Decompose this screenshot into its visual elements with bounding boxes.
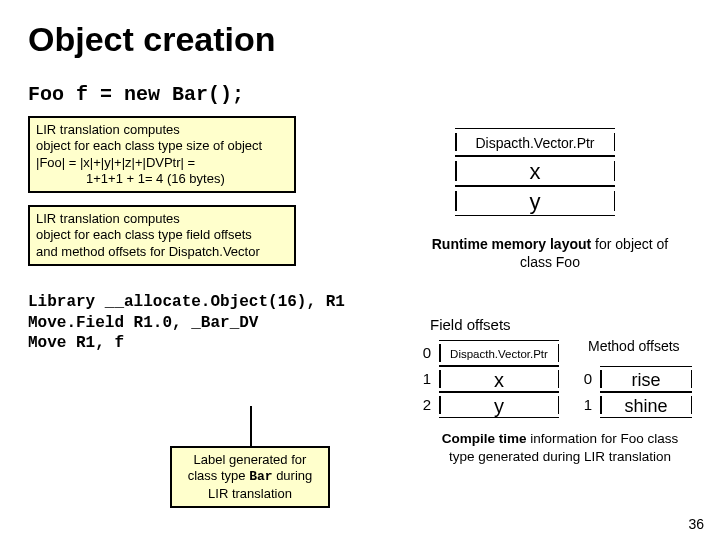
runtime-caption: Runtime memory layout for object of clas… bbox=[430, 236, 670, 271]
ft-cell-0: Dispacth.Vector.Ptr bbox=[439, 340, 559, 366]
note-offsets: LIR translation computes object for each… bbox=[28, 205, 296, 266]
page-number: 36 bbox=[688, 516, 704, 532]
mem-cell-y: y bbox=[455, 186, 615, 216]
note-size-l3: |Foo| = |x|+|y|+|z|+|DVPtr| = bbox=[36, 155, 288, 171]
library-l1: Library __allocate.Object(16), R1 bbox=[28, 292, 692, 313]
ft-idx-1: 1 bbox=[415, 366, 439, 392]
slide-title: Object creation bbox=[28, 20, 692, 59]
mt-cell-1: shine bbox=[600, 392, 692, 418]
method-offsets-table: 0 rise 1 shine bbox=[578, 366, 692, 418]
note-size-l2: object for each class type size of objec… bbox=[36, 138, 288, 154]
runtime-caption-bold: Runtime memory layout bbox=[432, 236, 591, 252]
code-statement: Foo f = new Bar(); bbox=[28, 83, 692, 106]
method-offsets-label: Method offsets bbox=[588, 338, 680, 354]
mem-cell-x: x bbox=[455, 156, 615, 186]
mt-cell-0: rise bbox=[600, 366, 692, 392]
ft-idx-0: 0 bbox=[415, 340, 439, 366]
mt-idx-0: 0 bbox=[578, 366, 600, 392]
ft-cell-2: y bbox=[439, 392, 559, 418]
label-note: Label generated for class type Bar durin… bbox=[170, 446, 330, 508]
mt-idx-1: 1 bbox=[578, 392, 600, 418]
field-offsets-table: 0 Dispacth.Vector.Ptr 1 x 2 y bbox=[415, 340, 559, 418]
note-offsets-l3: and method offsets for Dispatch.Vector bbox=[36, 244, 288, 260]
label-note-mono: Bar bbox=[249, 469, 272, 484]
memory-layout: Dispacth.Vector.Ptr x y bbox=[455, 128, 615, 216]
compile-caption-bold: Compile time bbox=[442, 431, 527, 446]
ft-cell-1: x bbox=[439, 366, 559, 392]
note-offsets-l2: object for each class type field offsets bbox=[36, 227, 288, 243]
ft-idx-2: 2 bbox=[415, 392, 439, 418]
note-offsets-l1: LIR translation computes bbox=[36, 211, 288, 227]
note-size-l4: 1+1+1 + 1= 4 (16 bytes) bbox=[36, 171, 288, 187]
library-l2: Move.Field R1.0, _Bar_DV bbox=[28, 313, 692, 334]
note-size-l1: LIR translation computes bbox=[36, 122, 288, 138]
note-size: LIR translation computes object for each… bbox=[28, 116, 296, 193]
connector-line bbox=[250, 406, 252, 446]
mem-cell-dvptr: Dispacth.Vector.Ptr bbox=[455, 128, 615, 156]
compile-caption: Compile time information for Foo class t… bbox=[430, 430, 690, 465]
field-offsets-label: Field offsets bbox=[430, 316, 511, 333]
